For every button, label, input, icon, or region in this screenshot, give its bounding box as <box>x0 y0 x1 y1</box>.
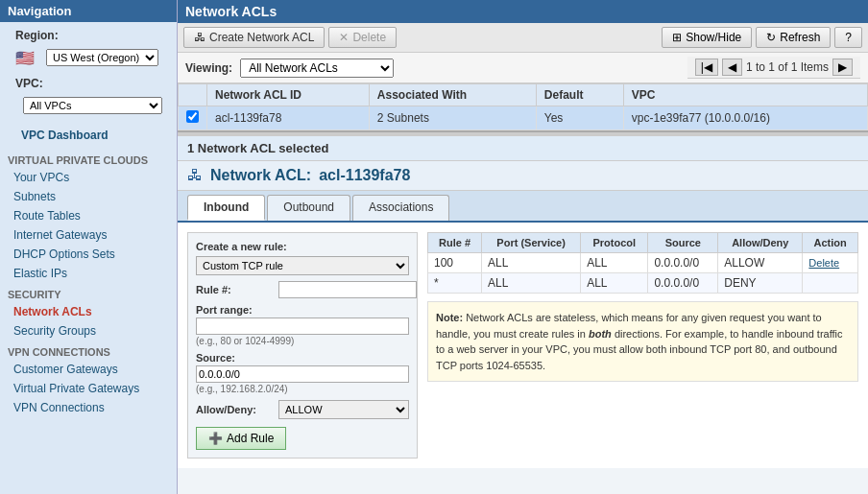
toolbar-right: ⊞ Show/Hide ↻ Refresh ? <box>662 27 862 48</box>
detail-title: 🖧 Network ACL: acl-1139fa78 <box>178 161 868 191</box>
prev-page-button[interactable]: ◀ <box>722 59 742 76</box>
columns-icon: ⊞ <box>672 31 682 44</box>
col-action: Action <box>803 233 858 253</box>
port-range-label: Port range: <box>196 304 409 316</box>
nav-internet-gateways[interactable]: Internet Gateways <box>0 225 177 245</box>
source-label: Source: <box>196 352 409 364</box>
help-icon: ? <box>845 31 852 44</box>
region-label: Region: <box>8 26 169 45</box>
row-vpc: vpc-1e39fa77 (10.0.0.0/16) <box>623 106 867 130</box>
rule-num: * <box>428 273 482 294</box>
detail-header: 1 Network ACL selected <box>178 136 868 161</box>
nav-customer-gateways[interactable]: Customer Gateways <box>0 360 177 379</box>
rule-port: ALL <box>482 253 581 273</box>
nav-vpc-dashboard[interactable]: VPC Dashboard <box>8 126 169 145</box>
tab-content: Create a new rule: Custom TCP rule Rule … <box>178 223 868 468</box>
note-label: Note: <box>436 312 463 323</box>
col-rule-num: Rule # <box>428 233 482 253</box>
row-acl-id: acl-1139fa78 <box>207 106 370 130</box>
port-hint: (e.g., 80 or 1024-4999) <box>196 336 409 346</box>
detail-acl-label: Network ACL: <box>210 167 311 184</box>
nav-elastic-ips[interactable]: Elastic IPs <box>0 264 177 283</box>
main-header: Network ACLs <box>178 0 868 23</box>
vpc-select[interactable]: All VPCs <box>23 97 162 114</box>
allow-deny-select[interactable]: ALLOW DENY <box>278 400 409 419</box>
rule-num: 100 <box>428 253 482 273</box>
note-box: Note: Network ACLs are stateless, which … <box>427 301 858 382</box>
rules-table: Rule # Port (Service) Protocol Source Al… <box>427 232 858 294</box>
rule-port: ALL <box>482 273 581 294</box>
col-protocol: Protocol <box>581 233 648 253</box>
rule-action-empty <box>803 273 858 294</box>
rule-allow-deny: DENY <box>718 273 803 294</box>
table-header-row: Network ACL ID Associated With Default V… <box>179 84 868 106</box>
nav-section-security: SECURITY <box>0 283 177 302</box>
source-hint: (e.g., 192.168.2.0/24) <box>196 384 409 394</box>
tab-inbound[interactable]: Inbound <box>187 195 265 221</box>
tab-outbound[interactable]: Outbound <box>267 195 350 221</box>
allow-deny-row: Allow/Deny: ALLOW DENY <box>196 400 409 419</box>
row-associated-with: 2 Subnets <box>369 106 536 130</box>
table-area: Network ACL ID Associated With Default V… <box>178 83 868 132</box>
nav-section-vpn: VPN CONNECTIONS <box>0 341 177 360</box>
viewing-select[interactable]: All Network ACLs <box>240 59 394 78</box>
table-row[interactable]: acl-1139fa78 2 Subnets Yes vpc-1e39fa77 … <box>179 106 868 130</box>
rule-delete-action[interactable]: Delete <box>803 253 858 273</box>
nav-dhcp-options[interactable]: DHCP Options Sets <box>0 245 177 264</box>
help-button[interactable]: ? <box>834 27 862 48</box>
refresh-button[interactable]: ↻ Refresh <box>756 27 831 48</box>
rule-row: * ALL ALL 0.0.0.0/0 DENY <box>428 273 858 294</box>
row-default: Yes <box>536 106 623 130</box>
vpc-label: VPC: <box>8 74 169 93</box>
rule-type-row: Custom TCP rule <box>196 256 409 275</box>
nav-your-vpcs[interactable]: Your VPCs <box>0 168 177 187</box>
note-bold: both <box>589 328 612 340</box>
page-info: 1 to 1 of 1 Items <box>746 60 829 74</box>
delete-rule-link[interactable]: Delete <box>808 257 839 269</box>
nav-security-groups[interactable]: Security Groups <box>0 321 177 341</box>
toolbar-left: 🖧 Create Network ACL ✕ Delete <box>183 27 397 48</box>
row-checkbox[interactable] <box>179 106 207 130</box>
nav-route-tables[interactable]: Route Tables <box>0 206 177 225</box>
nav-vpn-connections[interactable]: VPN Connections <box>0 398 177 417</box>
rule-allow-deny: ALLOW <box>718 253 803 273</box>
region-select[interactable]: US West (Oregon) <box>46 49 158 66</box>
allow-deny-label: Allow/Deny: <box>196 404 273 415</box>
refresh-icon: ↻ <box>766 31 776 44</box>
col-source: Source <box>648 233 718 253</box>
rule-protocol: ALL <box>581 273 648 294</box>
pagination: |◀ ◀ 1 to 1 of 1 Items ▶ <box>687 57 860 79</box>
nav-network-acls[interactable]: Network ACLs <box>0 302 177 321</box>
tab-associations[interactable]: Associations <box>352 195 449 221</box>
nav-subnets[interactable]: Subnets <box>0 187 177 206</box>
rules-header-row: Rule # Port (Service) Protocol Source Al… <box>428 233 858 253</box>
col-checkbox <box>179 84 207 106</box>
show-hide-button[interactable]: ⊞ Show/Hide <box>662 27 752 48</box>
next-page-button[interactable]: ▶ <box>832 59 853 76</box>
network-acl-table: Network ACL ID Associated With Default V… <box>178 83 868 130</box>
delete-button[interactable]: ✕ Delete <box>328 27 397 48</box>
create-network-acl-button[interactable]: 🖧 Create Network ACL <box>183 27 325 48</box>
port-range-input[interactable] <box>196 318 409 335</box>
create-rule-label: Create a new rule: <box>196 241 409 252</box>
add-icon: ➕ <box>208 432 223 445</box>
source-input[interactable] <box>196 365 409 383</box>
tab-bar: Inbound Outbound Associations <box>178 191 868 223</box>
rules-panel: Rule # Port (Service) Protocol Source Al… <box>427 232 858 459</box>
first-page-button[interactable]: |◀ <box>695 59 718 76</box>
rule-number-input[interactable] <box>278 281 417 298</box>
col-acl-id[interactable]: Network ACL ID <box>207 84 370 106</box>
acl-icon: 🖧 <box>187 167 203 184</box>
rule-type-select[interactable]: Custom TCP rule <box>196 256 409 275</box>
add-rule-button[interactable]: ➕ Add Rule <box>196 427 286 450</box>
col-vpc[interactable]: VPC <box>623 84 867 106</box>
create-icon: 🖧 <box>194 31 205 44</box>
col-associated-with[interactable]: Associated With <box>369 84 536 106</box>
rule-number-label: Rule #: <box>196 284 273 295</box>
nav-virtual-private-gateways[interactable]: Virtual Private Gateways <box>0 379 177 398</box>
rule-row: 100 ALL ALL 0.0.0.0/0 ALLOW Delete <box>428 253 858 273</box>
col-default[interactable]: Default <box>536 84 623 106</box>
rule-source: 0.0.0.0/0 <box>648 273 718 294</box>
delete-icon: ✕ <box>339 31 349 44</box>
rule-number-row: Rule #: <box>196 281 409 298</box>
